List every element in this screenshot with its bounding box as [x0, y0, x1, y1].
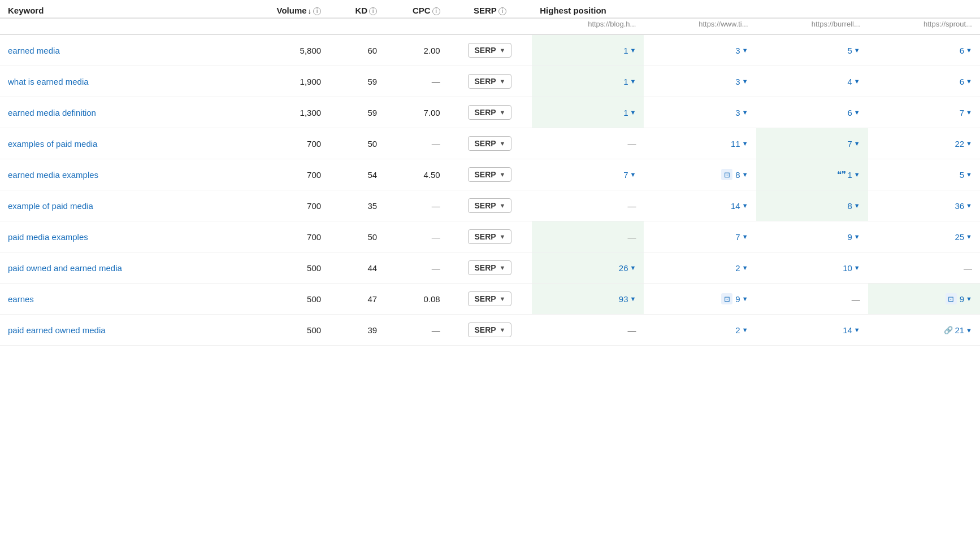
- volume-info-icon[interactable]: i: [313, 7, 321, 15]
- serp-cell[interactable]: SERP▼: [448, 128, 532, 159]
- position-dropdown-arrow[interactable]: ▼: [630, 171, 636, 178]
- position-dropdown-arrow[interactable]: ▼: [742, 295, 748, 302]
- serp-button[interactable]: SERP▼: [468, 167, 511, 182]
- keyword-cell[interactable]: examples of paid media: [0, 128, 238, 159]
- keyword-link[interactable]: examples of paid media: [8, 139, 97, 149]
- position-cell-3[interactable]: 25▼: [868, 221, 980, 252]
- position-dropdown-arrow[interactable]: ▼: [966, 109, 972, 116]
- position-value[interactable]: 3▼: [735, 46, 748, 55]
- keyword-link[interactable]: earned media: [8, 46, 60, 55]
- position-cell-1[interactable]: 14▼: [644, 190, 756, 221]
- position-cell-1[interactable]: 2▼: [644, 252, 756, 284]
- position-value[interactable]: 2▼: [735, 325, 748, 335]
- position-cell-1[interactable]: ⊡9▼: [644, 284, 756, 315]
- position-cell-0[interactable]: —: [532, 190, 644, 221]
- position-cell-0[interactable]: 1▼: [532, 97, 644, 128]
- position-value[interactable]: 6▼: [960, 46, 972, 55]
- position-dropdown-arrow[interactable]: ▼: [966, 171, 972, 178]
- keyword-link[interactable]: earnes: [8, 294, 34, 304]
- position-cell-1[interactable]: 3▼: [644, 66, 756, 97]
- position-dropdown-arrow[interactable]: ▼: [742, 326, 748, 333]
- position-cell-1[interactable]: ⊡8▼: [644, 159, 756, 190]
- position-dropdown-arrow[interactable]: ▼: [966, 202, 972, 209]
- position-value[interactable]: 10▼: [843, 263, 860, 273]
- keyword-cell[interactable]: paid owned and earned media: [0, 252, 238, 284]
- serp-cell[interactable]: SERP▼: [448, 221, 532, 252]
- position-cell-0[interactable]: —: [532, 221, 644, 252]
- position-cell-0[interactable]: 1▼: [532, 66, 644, 97]
- keyword-link[interactable]: paid earned owned media: [8, 325, 106, 335]
- kd-info-icon[interactable]: i: [369, 7, 377, 15]
- position-cell-2[interactable]: —: [756, 284, 868, 315]
- serp-button[interactable]: SERP▼: [468, 74, 511, 89]
- position-cell-1[interactable]: 3▼: [644, 97, 756, 128]
- serp-button[interactable]: SERP▼: [468, 105, 511, 120]
- serp-button[interactable]: SERP▼: [468, 229, 511, 244]
- position-cell-2[interactable]: 10▼: [756, 252, 868, 284]
- position-value[interactable]: 7▼: [960, 108, 972, 117]
- serp-cell[interactable]: SERP▼: [448, 284, 532, 315]
- keyword-cell[interactable]: what is earned media: [0, 66, 238, 97]
- position-value[interactable]: 25▼: [955, 232, 972, 242]
- position-cell-3[interactable]: 7▼: [868, 97, 980, 128]
- position-dropdown-arrow[interactable]: ▼: [742, 171, 748, 178]
- position-cell-2[interactable]: 9▼: [756, 221, 868, 252]
- serp-info-icon[interactable]: i: [498, 7, 506, 15]
- position-cell-3[interactable]: 22▼: [868, 128, 980, 159]
- position-value[interactable]: 26▼: [619, 263, 636, 273]
- position-cell-3[interactable]: —: [868, 252, 980, 284]
- position-cell-2[interactable]: 8▼: [756, 190, 868, 221]
- keyword-cell[interactable]: earned media examples: [0, 159, 238, 190]
- position-dropdown-arrow[interactable]: ▼: [966, 233, 972, 240]
- keyword-link[interactable]: earned media definition: [8, 108, 96, 117]
- position-dropdown-arrow[interactable]: ▼: [966, 295, 972, 302]
- position-cell-2[interactable]: 6▼: [756, 97, 868, 128]
- keyword-link[interactable]: example of paid media: [8, 201, 93, 211]
- position-value[interactable]: 5▼: [848, 46, 860, 55]
- position-value[interactable]: 93▼: [619, 294, 636, 304]
- position-dropdown-arrow[interactable]: ▼: [966, 78, 972, 85]
- position-dropdown-arrow[interactable]: ▼: [742, 233, 748, 240]
- position-dropdown-arrow[interactable]: ▼: [854, 326, 860, 333]
- serp-cell[interactable]: SERP▼: [448, 190, 532, 221]
- serp-button[interactable]: SERP▼: [468, 323, 511, 337]
- keyword-cell[interactable]: earned media: [0, 34, 238, 66]
- position-dropdown-arrow[interactable]: ▼: [854, 109, 860, 116]
- position-dropdown-arrow[interactable]: ▼: [630, 47, 636, 54]
- position-cell-3[interactable]: ⊡9▼: [868, 284, 980, 315]
- position-cell-2[interactable]: 7▼: [756, 128, 868, 159]
- position-value[interactable]: ⊡9▼: [946, 293, 972, 304]
- position-cell-0[interactable]: 1▼: [532, 34, 644, 66]
- position-dropdown-arrow[interactable]: ▼: [630, 264, 636, 271]
- keyword-link[interactable]: paid media examples: [8, 232, 88, 242]
- serp-button[interactable]: SERP▼: [468, 43, 511, 58]
- position-value[interactable]: 5▼: [960, 170, 972, 180]
- position-value[interactable]: 6▼: [848, 108, 860, 117]
- position-dropdown-arrow[interactable]: ▼: [966, 140, 972, 147]
- serp-cell[interactable]: SERP▼: [448, 315, 532, 346]
- position-value[interactable]: 22▼: [955, 139, 972, 149]
- position-value[interactable]: 11▼: [731, 139, 748, 149]
- position-dropdown-arrow[interactable]: ▼: [854, 202, 860, 209]
- serp-cell[interactable]: SERP▼: [448, 97, 532, 128]
- position-cell-0[interactable]: —: [532, 128, 644, 159]
- keyword-link[interactable]: what is earned media: [8, 77, 89, 86]
- position-value[interactable]: 2▼: [735, 263, 748, 273]
- position-dropdown-arrow[interactable]: ▼: [854, 140, 860, 147]
- position-value[interactable]: 14▼: [843, 325, 860, 335]
- serp-button[interactable]: SERP▼: [468, 136, 511, 151]
- position-cell-1[interactable]: 2▼: [644, 315, 756, 346]
- serp-button[interactable]: SERP▼: [468, 260, 511, 275]
- position-value[interactable]: 1▼: [623, 108, 636, 117]
- position-dropdown-arrow[interactable]: ▼: [630, 295, 636, 302]
- position-dropdown-arrow[interactable]: ▼: [742, 78, 748, 85]
- position-value[interactable]: 4▼: [848, 77, 860, 86]
- position-value[interactable]: 7▼: [848, 139, 860, 149]
- position-cell-2[interactable]: 14▼: [756, 315, 868, 346]
- keyword-cell[interactable]: earned media definition: [0, 97, 238, 128]
- position-value[interactable]: ⊡8▼: [721, 169, 748, 180]
- position-cell-0[interactable]: 93▼: [532, 284, 644, 315]
- keyword-link[interactable]: paid owned and earned media: [8, 263, 122, 273]
- position-cell-2[interactable]: ❝❞1▼: [756, 159, 868, 190]
- keyword-cell[interactable]: paid earned owned media: [0, 315, 238, 346]
